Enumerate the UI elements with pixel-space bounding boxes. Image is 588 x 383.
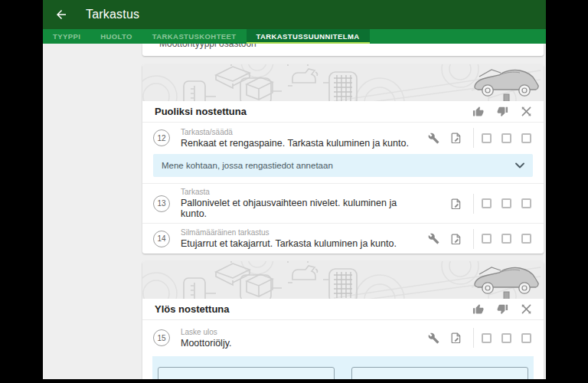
workshop-doodles-icon — [142, 64, 544, 101]
item-texts: Silmämääräinen tarkastus Etujarrut et ta… — [181, 228, 419, 249]
arrow-back-icon — [54, 8, 68, 21]
thumbs-up-icon[interactable] — [472, 303, 484, 315]
active-tab-indicator — [247, 42, 370, 44]
thumbs-up-icon[interactable] — [472, 106, 484, 117]
oil-data-panel: Moottoriöljyn luokitus (OEM) Moottoriölj… — [152, 356, 534, 379]
section-bulk-actions — [472, 303, 531, 315]
workshop-doodles-icon — [142, 261, 544, 299]
chevron-down-icon — [515, 162, 524, 169]
clear-cross-icon[interactable] — [521, 304, 531, 314]
back-button[interactable] — [52, 5, 70, 24]
section-header: Ylös nostettuna — [142, 299, 544, 320]
adjust-wrench-icon[interactable] — [427, 332, 440, 344]
clear-cross-icon[interactable] — [521, 106, 531, 116]
section-bulk-actions — [472, 106, 531, 117]
item-action-label: Tarkasta — [181, 188, 419, 196]
banner-illustration — [142, 64, 544, 101]
status-checkbox-2[interactable] — [501, 133, 511, 143]
adjust-wrench-icon[interactable] — [427, 233, 440, 244]
status-checkboxes — [482, 234, 531, 244]
tab-tarkastuskohteet[interactable]: TARKASTUSKOHTEET — [142, 29, 247, 44]
tab-label: TYYPPI — [53, 32, 80, 41]
divider — [473, 128, 474, 148]
status-checkbox-1[interactable] — [482, 133, 492, 143]
status-checkboxes — [482, 198, 531, 208]
section-title: Puoliksi nostettuna — [155, 106, 472, 117]
item-controls — [419, 128, 531, 148]
section-card-ylos-nostettuna: Ylös nostettuna 15 Laske ulos Moottoriöl… — [142, 261, 544, 379]
goto-tire-data-banner[interactable]: Mene kohtaan, jossa rengastiedot annetaa… — [153, 154, 533, 177]
inspection-plan-scroll-area[interactable]: Moottorityyppi osastoon Puoliksi nostett… — [43, 44, 546, 379]
tab-tarkastussuunnitelma[interactable]: TARKASTUSSUUNNITELMA — [247, 29, 370, 44]
clipped-text-line: Moottorityyppi osastoon — [142, 44, 544, 49]
item-texts: Tarkasta/säädä Renkaat et rengaspaine. T… — [181, 128, 419, 149]
car-on-lift-icon — [475, 70, 538, 101]
car-on-lift-icon — [475, 267, 538, 299]
app-bar: Tarkastus — [43, 0, 546, 29]
banner-illustration — [142, 261, 544, 299]
item-action-label: Tarkasta/säädä — [181, 128, 419, 136]
status-checkboxes — [482, 133, 531, 143]
status-checkbox-3[interactable] — [521, 333, 531, 343]
item-action-label: Silmämääräinen tarkastus — [181, 228, 419, 237]
banner-text: Mene kohtaan, jossa rengastiedot annetaa… — [162, 161, 515, 170]
status-checkbox-3[interactable] — [521, 198, 531, 208]
item-description: Moottoriöljy. — [181, 338, 419, 349]
adjust-wrench-icon[interactable] — [427, 133, 440, 144]
inspection-item-13: 13 Tarkasta Pallonivelet et ohjausvaihte… — [142, 183, 544, 223]
divider — [473, 328, 474, 348]
status-checkbox-1[interactable] — [482, 198, 492, 208]
tab-label: HUOLTO — [100, 32, 132, 41]
item-description: Pallonivelet et ohjausvaihteen nivelet. … — [181, 198, 419, 219]
tab-label: TARKASTUSSUUNNITELMA — [256, 32, 360, 41]
section-header: Puoliksi nostettuna — [142, 101, 544, 123]
item-description: Etujarrut et takajarrut. Tarkasta kulumi… — [181, 238, 419, 249]
item-controls — [419, 194, 531, 214]
item-texts: Tarkasta Pallonivelet et ohjausvaihteen … — [181, 188, 419, 219]
scrolled-out-card: Moottorityyppi osastoon — [142, 44, 544, 56]
item-controls — [419, 229, 531, 249]
status-checkbox-3[interactable] — [521, 234, 531, 244]
inspection-item-15: 15 Laske ulos Moottoriöljy. — [142, 320, 544, 355]
section-title: Ylös nostettuna — [155, 303, 472, 315]
status-checkbox-2[interactable] — [501, 234, 511, 244]
status-checkboxes — [482, 333, 531, 343]
divider — [473, 194, 474, 214]
tab-tyyppi[interactable]: TYYPPI — [43, 29, 90, 44]
tab-bar: TYYPPI HUOLTO TARKASTUSKOHTEET TARKASTUS… — [43, 29, 546, 44]
item-number-badge: 15 — [153, 329, 170, 346]
item-action-label: Laske ulos — [181, 328, 419, 336]
note-edit-icon[interactable] — [449, 332, 462, 343]
item-description: Renkaat et rengaspaine. Tarkasta kulumin… — [181, 138, 419, 149]
status-checkbox-3[interactable] — [521, 133, 531, 143]
inspection-item-14: 14 Silmämääräinen tarkastus Etujarrut et… — [142, 223, 544, 254]
status-checkbox-2[interactable] — [501, 198, 511, 208]
oil-sae-viscosity-field[interactable]: Moottoriöljyn viskositeetti (SAE) — [351, 367, 528, 379]
thumbs-down-icon[interactable] — [497, 106, 508, 117]
item-controls — [419, 328, 531, 348]
section-card-puoliksi-nostettuna: Puoliksi nostettuna 12 Tarkasta/säädä Re… — [142, 64, 544, 254]
item-texts: Laske ulos Moottoriöljy. — [181, 328, 419, 349]
item-number-badge: 14 — [153, 231, 170, 247]
note-edit-icon[interactable] — [449, 198, 462, 209]
tab-label: TARKASTUSKOHTEET — [152, 32, 237, 41]
field-label: Moottoriöljyn luokitus (OEM) — [168, 378, 284, 379]
field-label: Moottoriöljyn viskositeetti (SAE) — [362, 378, 492, 379]
note-edit-icon[interactable] — [449, 133, 462, 143]
item-number-badge: 12 — [153, 129, 170, 146]
oil-oem-classification-field[interactable]: Moottoriöljyn luokitus (OEM) — [158, 367, 335, 379]
app-window: Tarkastus TYYPPI HUOLTO TARKASTUSKOHTEET… — [43, 0, 546, 379]
inspection-item-12: 12 Tarkasta/säädä Renkaat et rengaspaine… — [142, 123, 544, 153]
note-edit-icon[interactable] — [449, 234, 462, 244]
page-title: Tarkastus — [86, 8, 139, 21]
thumbs-down-icon[interactable] — [497, 303, 508, 315]
status-checkbox-2[interactable] — [501, 333, 511, 343]
status-checkbox-1[interactable] — [482, 333, 492, 343]
status-checkbox-1[interactable] — [482, 234, 492, 244]
divider — [473, 229, 474, 249]
item-number-badge: 13 — [153, 195, 170, 212]
tab-huolto[interactable]: HUOLTO — [90, 29, 142, 44]
